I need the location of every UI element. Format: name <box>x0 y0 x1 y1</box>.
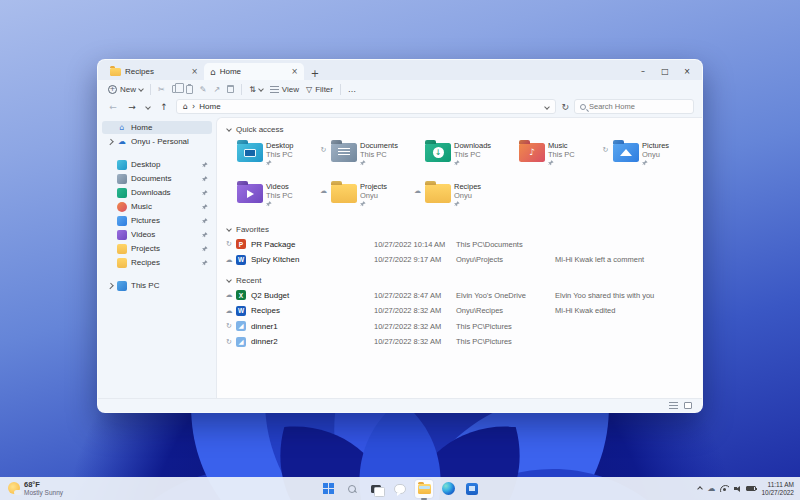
tab-home[interactable]: ⌂ Home × <box>204 63 304 80</box>
section-quick-access[interactable]: Quick access <box>221 123 694 135</box>
store-button[interactable] <box>463 480 481 498</box>
filter-icon: ▽ <box>306 85 312 94</box>
tile-recipes[interactable]: ☁ Recipes Onyu <box>413 179 507 215</box>
search-button[interactable] <box>343 480 361 498</box>
copy-icon[interactable] <box>172 85 179 93</box>
search-input[interactable] <box>589 102 688 111</box>
onedrive-icon[interactable]: ☁ <box>707 484 715 493</box>
sidebar-item-recipes[interactable]: Recipes <box>102 256 212 269</box>
sync-status-icon <box>413 138 422 174</box>
windows-logo-icon <box>323 483 334 494</box>
paste-icon[interactable] <box>186 85 193 94</box>
tray-overflow-icon[interactable] <box>698 486 704 492</box>
tile-videos[interactable]: Videos This PC <box>225 179 319 215</box>
breadcrumb[interactable]: ⌂ › Home <box>176 99 556 114</box>
close-button[interactable]: × <box>676 63 698 79</box>
window-controls: – □ × <box>632 62 698 80</box>
command-bar: + New ✂ ✎ ↗ ⇅ View ▽ Filter <box>98 80 702 98</box>
task-view-button[interactable] <box>367 480 385 498</box>
tile-documents[interactable]: ↻ Documents This PC <box>319 138 413 174</box>
clock-time: 11:11 AM <box>768 481 795 488</box>
view-button[interactable]: View <box>270 85 299 94</box>
folder-icon <box>117 244 127 254</box>
chat-button[interactable] <box>391 480 409 498</box>
search-box[interactable] <box>574 99 694 114</box>
tile-projects[interactable]: ☁ Projects Onyu <box>319 179 413 215</box>
new-tab-button[interactable]: + <box>308 66 322 80</box>
system-tray: ☁ 11:11 AM 10/27/2022 <box>698 481 794 496</box>
weather-widget[interactable]: 68°F Mostly Sunny <box>8 481 63 496</box>
file-row-dinner1[interactable]: ↻ ◢ dinner1 10/27/2022 8:32 AM This PC\P… <box>221 319 694 334</box>
pin-icon <box>266 160 294 166</box>
file-note: Elvin Yoo shared this with you <box>555 291 694 300</box>
file-row-recipes[interactable]: ☁ W Recipes 10/27/2022 8:32 AM Onyu\Reci… <box>221 304 694 319</box>
minimize-button[interactable]: – <box>632 63 654 79</box>
folder-glyph <box>338 148 350 157</box>
pin-icon <box>202 246 208 252</box>
new-button[interactable]: + New <box>108 85 143 94</box>
sync-status-icon: ↻ <box>224 322 234 330</box>
word-file-icon: W <box>236 255 246 265</box>
tile-downloads[interactable]: ↓ Downloads This PC <box>413 138 507 174</box>
tab-recipes[interactable]: Recipes × <box>104 63 204 80</box>
sidebar-item-pictures[interactable]: Pictures <box>102 214 212 227</box>
delete-icon[interactable] <box>227 85 234 93</box>
icons-view-icon[interactable] <box>684 402 692 409</box>
tile-desktop[interactable]: Desktop This PC <box>225 138 319 174</box>
more-options-icon[interactable]: … <box>348 85 356 94</box>
sidebar-item-videos[interactable]: Videos <box>102 228 212 241</box>
cut-icon[interactable]: ✂ <box>158 85 165 94</box>
file-row-q2-budget[interactable]: ☁ X Q2 Budget 10/27/2022 8:47 AM Elvin Y… <box>221 288 694 303</box>
chevron-down-icon <box>138 86 144 92</box>
sync-status-icon: ↻ <box>319 138 328 174</box>
maximize-button[interactable]: □ <box>654 63 676 79</box>
breadcrumb-location[interactable]: Home <box>199 102 220 111</box>
sidebar-item-music[interactable]: Music <box>102 200 212 213</box>
start-button[interactable] <box>319 480 337 498</box>
sidebar-item-projects[interactable]: Projects <box>102 242 212 255</box>
tile-pictures[interactable]: ↻ Pictures Onyu <box>601 138 695 174</box>
tile-music[interactable]: ♪ Music This PC <box>507 138 601 174</box>
battery-icon[interactable] <box>746 486 756 491</box>
task-view-icon <box>371 485 381 493</box>
recent-locations-icon[interactable] <box>145 104 151 110</box>
wifi-icon[interactable] <box>720 485 729 492</box>
divider <box>241 84 242 95</box>
sort-button[interactable]: ⇅ <box>249 85 263 94</box>
file-explorer-button[interactable] <box>415 480 433 498</box>
view-icon <box>270 86 279 93</box>
sidebar-item-downloads[interactable]: Downloads <box>102 186 212 199</box>
clock[interactable]: 11:11 AM 10/27/2022 <box>761 481 794 496</box>
details-view-icon[interactable] <box>669 402 678 409</box>
close-tab-icon[interactable]: × <box>291 68 298 76</box>
desktop-wallpaper: Recipes × ⌂ Home × + – □ × + New ✂ <box>0 0 800 500</box>
share-icon[interactable]: ↗ <box>213 85 220 94</box>
chevron-right-icon[interactable] <box>107 282 113 288</box>
chevron-down-icon <box>226 277 232 283</box>
sidebar-item-desktop[interactable]: Desktop <box>102 158 212 171</box>
section-recent[interactable]: Recent <box>221 274 694 286</box>
speaker-icon[interactable] <box>734 486 741 492</box>
file-row-dinner2[interactable]: ↻ ◢ dinner2 10/27/2022 8:32 AM This PC\P… <box>221 335 694 350</box>
pin-icon <box>202 232 208 238</box>
edge-button[interactable] <box>439 480 457 498</box>
refresh-icon[interactable]: ↻ <box>561 102 569 112</box>
sidebar-item-this-pc[interactable]: This PC <box>102 279 212 292</box>
file-row-pr-package[interactable]: ↻ P PR Package 10/27/2022 10:14 AM This … <box>221 237 694 252</box>
chevron-down-icon[interactable] <box>545 104 551 110</box>
sidebar-item-onyu-personal[interactable]: ☁ Onyu - Personal <box>102 135 212 148</box>
section-favorites[interactable]: Favorites <box>221 223 694 235</box>
search-icon <box>348 485 356 493</box>
filter-button[interactable]: ▽ Filter <box>306 85 333 94</box>
sidebar-item-home[interactable]: ⌂ Home <box>102 121 212 134</box>
chevron-right-icon[interactable] <box>107 138 113 144</box>
up-icon[interactable]: ↑ <box>157 102 171 112</box>
rename-icon[interactable]: ✎ <box>200 85 207 94</box>
sidebar-divider <box>102 149 212 157</box>
close-tab-icon[interactable]: × <box>191 68 198 76</box>
pin-icon <box>454 201 481 207</box>
file-row-spicy-kitchen[interactable]: ☁ W Spicy Kitchen 10/27/2022 9:17 AM Ony… <box>221 253 694 268</box>
forward-icon[interactable]: → <box>125 102 139 112</box>
sidebar-item-documents[interactable]: Documents <box>102 172 212 185</box>
back-icon[interactable]: ← <box>106 102 120 112</box>
